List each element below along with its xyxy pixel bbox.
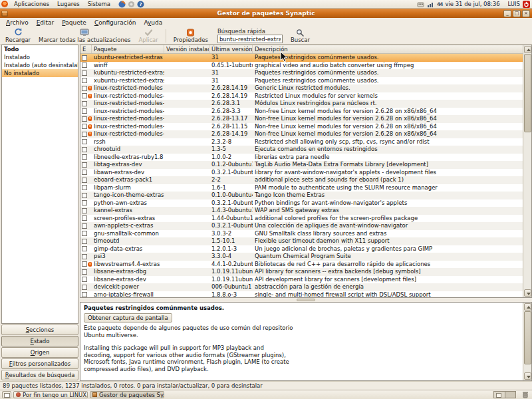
- menu-editar[interactable]: Editar: [33, 19, 59, 27]
- reload-button[interactable]: Recargar: [1, 27, 35, 44]
- ubuntu-logo-icon[interactable]: [1, 1, 8, 7]
- minimize-button[interactable]: _: [503, 10, 511, 17]
- scrollbar-thumb[interactable]: [524, 311, 531, 364]
- show-desktop-button[interactable]: [2, 391, 11, 398]
- gray-launcher-icon[interactable]: [128, 1, 135, 8]
- quick-search-input[interactable]: [217, 35, 283, 43]
- scroll-down-arrow[interactable]: [524, 289, 531, 297]
- category-button-estado[interactable]: Estado: [1, 336, 78, 346]
- package-checkbox[interactable]: [82, 193, 87, 198]
- package-checkbox[interactable]: [82, 162, 87, 168]
- category-button-resultados-de-b-squeda[interactable]: Resultados de búsqueda: [1, 370, 78, 380]
- taskbar-task[interactable]: Gestor de paquetes Sy...: [90, 391, 164, 398]
- menu-archivo[interactable]: Archivo: [2, 19, 33, 27]
- table-row[interactable]: screen-profiles-extras1.44-0ubuntu1.2add…: [80, 215, 531, 223]
- table-row[interactable]: libpam-slurm1.6-1PAM module to authentic…: [80, 184, 531, 192]
- properties-button[interactable]: Propiedades: [170, 27, 212, 44]
- table-row[interactable]: devicekit-power006-0ubuntu1abstracción p…: [80, 283, 531, 291]
- package-checkbox[interactable]: [82, 185, 87, 190]
- get-screenshot-button[interactable]: Obtener captura de pantalla: [84, 313, 172, 323]
- table-row[interactable]: linux-restricted-modules2.6.28.14.19Gene…: [80, 84, 531, 92]
- package-checkbox[interactable]: [82, 261, 87, 267]
- indicator-glyphs[interactable]: 44: [437, 1, 442, 7]
- column-header[interactable]: E: [80, 45, 92, 53]
- table-row[interactable]: linux-restricted-modules-2.6.22.6.28-14.…: [80, 130, 531, 138]
- package-checkbox[interactable]: [82, 101, 87, 106]
- firefox-launcher-icon[interactable]: [118, 1, 126, 8]
- table-row[interactable]: libwvstreams4.4-extras4.4.1-0.2ubuntu2Bi…: [80, 261, 531, 269]
- column-header[interactable]: Paquete: [92, 45, 164, 53]
- package-checkbox[interactable]: [82, 285, 87, 290]
- table-row[interactable]: linux-restricted-modules-2.6.22.6.28-11.…: [80, 123, 531, 131]
- workspace-1[interactable]: [494, 392, 505, 398]
- package-checkbox[interactable]: [82, 132, 87, 137]
- package-checkbox[interactable]: [82, 63, 87, 68]
- trash-icon[interactable]: [522, 391, 529, 398]
- table-row[interactable]: linux-restricted-modules-rt2.6.28.3.1Mód…: [80, 100, 531, 108]
- clock-applet[interactable]: vie 31 de jul, 08:36: [445, 1, 499, 7]
- synaptic-window-icon[interactable]: [1, 10, 8, 17]
- table-row[interactable]: xubuntu-restricted-extras31Paquetes rest…: [80, 77, 531, 85]
- package-checkbox[interactable]: [82, 70, 87, 76]
- package-checkbox[interactable]: [82, 116, 87, 122]
- user-switcher-label[interactable]: LUIS: [508, 1, 520, 7]
- filter-item[interactable]: Todo: [2, 45, 78, 53]
- table-row[interactable]: rssh2.3.2-8Restricted shell allowing onl…: [80, 138, 531, 146]
- category-button-secciones[interactable]: Secciones: [1, 325, 78, 335]
- package-checkbox[interactable]: [82, 55, 87, 61]
- package-checkbox[interactable]: [82, 154, 87, 160]
- package-checkbox[interactable]: [82, 200, 87, 205]
- column-header[interactable]: Última versión: [209, 45, 253, 53]
- package-checkbox[interactable]: [82, 215, 87, 221]
- package-checkbox[interactable]: [82, 108, 87, 114]
- table-row[interactable]: libsane-extras-dev1.0.19.11ubuntu2API de…: [80, 276, 531, 284]
- package-checkbox[interactable]: [82, 139, 87, 144]
- splitter-grip[interactable]: [297, 299, 315, 301]
- table-row[interactable]: libneedle-extras-ruby1.81.0.0-2librerías…: [80, 154, 531, 162]
- scrollbar-thumb[interactable]: [524, 54, 531, 132]
- search-button[interactable]: Buscar: [287, 27, 314, 44]
- signal-strength-icon[interactable]: [427, 1, 434, 8]
- table-row[interactable]: kubuntu-restricted-extras31Paquetes rest…: [80, 69, 531, 77]
- table-row[interactable]: gimp-data-extras1.2.0.1-3Un juego adicio…: [80, 245, 531, 253]
- package-checkbox[interactable]: [82, 93, 87, 98]
- package-checkbox[interactable]: [82, 208, 87, 213]
- panel-menu-aplicaciones[interactable]: Aplicaciones: [10, 1, 53, 7]
- table-row[interactable]: gnu-smalltalk-common3.0.3-2GNU Smalltalk…: [80, 230, 531, 238]
- menu-paquete[interactable]: Paquete: [58, 19, 90, 27]
- table-row[interactable]: eboard-extras-pack12-2additional piece s…: [80, 176, 531, 184]
- table-row[interactable]: linux-restricted-modules-serv2.6.28.14.1…: [80, 92, 531, 100]
- table-row[interactable]: ubuntu-restricted-extras31Paquetes restr…: [80, 54, 531, 62]
- table-row[interactable]: linux-restricted-modules-2.6.22.6.28-3.3…: [80, 108, 531, 116]
- filter-item[interactable]: No instalado: [2, 69, 78, 77]
- help-launcher-icon[interactable]: ?: [137, 1, 144, 8]
- package-checkbox[interactable]: [82, 147, 87, 152]
- package-checkbox[interactable]: [82, 170, 87, 175]
- taskbar-task[interactable]: Por fin tengo un LINUX...: [13, 391, 88, 398]
- table-row[interactable]: libsane-extras-dbg1.0.19.11ubuntu2API li…: [80, 268, 531, 276]
- close-button[interactable]: ×: [522, 10, 530, 17]
- package-checkbox[interactable]: [82, 254, 87, 259]
- scroll-up-arrow[interactable]: [524, 303, 531, 311]
- package-checkbox[interactable]: [82, 269, 87, 275]
- package-checkbox[interactable]: [82, 239, 87, 244]
- filter-item[interactable]: Instalado: [2, 53, 78, 61]
- table-row[interactable]: winff0.45.1-1ubuntu1graphical video and …: [80, 62, 531, 70]
- table-row[interactable]: psi33.3.0-4Quantum Chemical Program Suit…: [80, 253, 531, 261]
- package-checkbox[interactable]: [82, 124, 87, 129]
- table-row[interactable]: libawn-extras-dev0.3.2.1-0ubuntu3library…: [80, 169, 531, 177]
- input-method-icon[interactable]: [417, 1, 424, 8]
- scroll-down-arrow[interactable]: [524, 372, 531, 380]
- panel-menu-sistema[interactable]: Sistema: [84, 1, 114, 7]
- package-checkbox[interactable]: [82, 223, 87, 229]
- package-checkbox[interactable]: [82, 277, 87, 282]
- package-checkbox[interactable]: [82, 78, 87, 83]
- scroll-up-arrow[interactable]: [524, 46, 531, 53]
- window-titlebar[interactable]: Gestor de paquetes Synaptic _ □ ×: [0, 9, 532, 18]
- filter-item[interactable]: Instalado (auto desinstalable): [2, 61, 78, 69]
- details-scrollbar[interactable]: [523, 303, 531, 380]
- table-row[interactable]: kannel-extras1.4.3-0ubuntu1WAP and SMS g…: [80, 207, 531, 215]
- table-row[interactable]: tango-icon-theme-extras0.1.0-0ubuntu4Tan…: [80, 192, 531, 200]
- table-row[interactable]: timeoutd1.5-10.1Flexible user timeout da…: [80, 237, 531, 245]
- apply-button[interactable]: Aplicar: [134, 27, 162, 44]
